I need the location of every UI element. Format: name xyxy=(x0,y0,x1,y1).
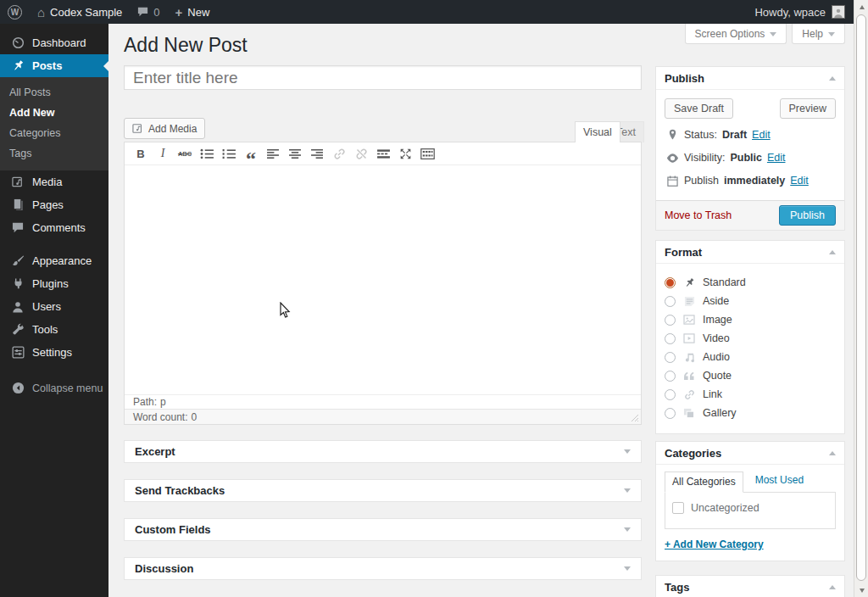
toggle-down-icon[interactable] xyxy=(624,566,631,571)
publish-box-header[interactable]: Publish xyxy=(656,67,844,90)
scroll-up-button[interactable] xyxy=(855,0,868,14)
visibility-value: Public xyxy=(730,152,762,164)
toggle-up-icon[interactable] xyxy=(829,76,836,81)
vertical-scrollbar[interactable] xyxy=(854,0,868,597)
new-content-menu[interactable]: + New xyxy=(168,0,218,24)
submenu-all-posts[interactable]: All Posts xyxy=(0,82,108,103)
panel-send-trackbacks[interactable]: Send Trackbacks xyxy=(124,479,642,502)
strikethrough-icon[interactable]: ABC xyxy=(175,145,194,162)
format-option-aside[interactable]: Aside xyxy=(665,292,836,310)
edit-status-link[interactable]: Edit xyxy=(752,129,771,141)
help-button[interactable]: Help xyxy=(792,24,845,44)
edit-schedule-link[interactable]: Edit xyxy=(790,175,809,187)
tab-most-used[interactable]: Most Used xyxy=(755,474,804,492)
bullet-list-icon[interactable] xyxy=(198,145,216,162)
category-item-uncategorized[interactable]: Uncategorized xyxy=(672,502,828,514)
categories-box-header[interactable]: Categories xyxy=(656,442,844,465)
toggle-up-icon[interactable] xyxy=(829,585,836,589)
tab-visual[interactable]: Visual xyxy=(575,121,620,142)
more-tag-icon[interactable] xyxy=(374,145,392,162)
word-count-bar: Word count: 0 xyxy=(125,409,641,424)
format-option-link[interactable]: Link xyxy=(665,385,836,404)
sidebar-item-media[interactable]: Media xyxy=(0,170,108,193)
toggle-up-icon[interactable] xyxy=(829,451,836,455)
sidebar-item-users[interactable]: Users xyxy=(0,295,108,318)
avatar[interactable] xyxy=(832,5,845,19)
sidebar-item-posts[interactable]: Posts xyxy=(0,54,108,77)
howdy-account-link[interactable]: Howdy, wpace xyxy=(754,6,826,19)
calendar-icon xyxy=(666,176,679,187)
resize-grip-icon[interactable] xyxy=(631,414,639,422)
home-icon: ⌂ xyxy=(37,6,45,19)
panel-excerpt[interactable]: Excerpt xyxy=(124,440,642,463)
sidebar-item-appearance[interactable]: Appearance xyxy=(0,249,108,272)
link-icon[interactable] xyxy=(330,145,348,162)
toggle-up-icon[interactable] xyxy=(829,250,836,254)
sidebar-item-comments[interactable]: Comments xyxy=(0,216,108,239)
move-to-trash-link[interactable]: Move to Trash xyxy=(665,209,732,221)
format-option-quote[interactable]: Quote xyxy=(665,366,836,385)
radio-image[interactable] xyxy=(665,315,676,326)
radio-link[interactable] xyxy=(665,389,676,400)
collapse-menu-button[interactable]: Collapse menu xyxy=(0,377,108,399)
panel-custom-fields[interactable]: Custom Fields xyxy=(124,518,642,541)
add-media-icon xyxy=(132,123,144,134)
submenu-tags[interactable]: Tags xyxy=(0,143,108,164)
site-name-link[interactable]: ⌂ Codex Sample xyxy=(30,0,130,24)
post-title-input[interactable] xyxy=(124,65,642,90)
radio-video[interactable] xyxy=(665,333,676,344)
add-media-button[interactable]: Add Media xyxy=(124,118,205,139)
sidebar-item-pages[interactable]: Pages xyxy=(0,193,108,216)
radio-standard[interactable] xyxy=(665,277,676,288)
unlink-icon[interactable] xyxy=(352,145,370,162)
checkbox-uncategorized[interactable] xyxy=(672,502,684,514)
toggle-down-icon[interactable] xyxy=(624,488,631,493)
numbered-list-icon[interactable] xyxy=(220,145,238,162)
wp-logo-menu[interactable]: W xyxy=(0,0,30,24)
submenu-categories[interactable]: Categories xyxy=(0,123,108,143)
comments-admin-link[interactable]: 0 xyxy=(130,0,167,24)
format-option-audio[interactable]: Audio xyxy=(665,348,836,366)
format-option-image[interactable]: Image xyxy=(665,310,836,329)
italic-icon[interactable]: I xyxy=(153,145,172,162)
format-box-header[interactable]: Format xyxy=(656,241,844,264)
tags-box-header[interactable]: Tags xyxy=(656,576,844,597)
sidebar-item-settings[interactable]: Settings xyxy=(0,341,108,364)
toggle-down-icon[interactable] xyxy=(624,449,631,454)
site-name-label: Codex Sample xyxy=(50,6,122,19)
radio-gallery[interactable] xyxy=(665,408,676,419)
align-right-icon[interactable] xyxy=(308,145,326,162)
sidebar-item-dashboard[interactable]: Dashboard xyxy=(0,31,108,54)
format-option-label: Image xyxy=(703,314,732,326)
align-left-icon[interactable] xyxy=(264,145,282,162)
toggle-down-icon[interactable] xyxy=(624,527,631,532)
editor-content-area[interactable] xyxy=(125,165,641,394)
radio-audio[interactable] xyxy=(665,352,676,363)
publish-button[interactable]: Publish xyxy=(779,205,836,226)
status-value: Draft xyxy=(722,129,747,141)
fullscreen-icon[interactable] xyxy=(396,145,415,162)
screen-options-button[interactable]: Screen Options xyxy=(685,24,787,44)
panel-discussion[interactable]: Discussion xyxy=(124,557,642,580)
tab-all-categories[interactable]: All Categories xyxy=(665,471,743,493)
preview-button[interactable]: Preview xyxy=(780,98,836,119)
scrollbar-thumb[interactable] xyxy=(856,14,866,581)
sidebar-item-tools[interactable]: Tools xyxy=(0,318,108,341)
radio-aside[interactable] xyxy=(665,296,676,307)
format-option-video[interactable]: Video xyxy=(665,329,836,348)
blockquote-icon[interactable]: “ xyxy=(242,145,260,162)
edit-visibility-link[interactable]: Edit xyxy=(767,152,786,164)
bold-icon[interactable]: B xyxy=(131,145,150,162)
kitchen-sink-icon[interactable] xyxy=(418,145,437,162)
save-draft-button[interactable]: Save Draft xyxy=(665,98,733,119)
sidebar-item-plugins[interactable]: Plugins xyxy=(0,272,108,295)
format-option-standard[interactable]: Standard xyxy=(665,273,836,292)
format-option-gallery[interactable]: Gallery xyxy=(665,404,836,422)
submenu-add-new[interactable]: Add New xyxy=(0,103,108,123)
wordpress-logo-icon: W xyxy=(8,5,22,20)
radio-quote[interactable] xyxy=(665,371,676,382)
align-center-icon[interactable] xyxy=(286,145,304,162)
add-new-category-link[interactable]: + Add New Category xyxy=(665,538,764,550)
scroll-down-button[interactable] xyxy=(855,583,868,597)
dashboard-icon xyxy=(11,36,25,50)
